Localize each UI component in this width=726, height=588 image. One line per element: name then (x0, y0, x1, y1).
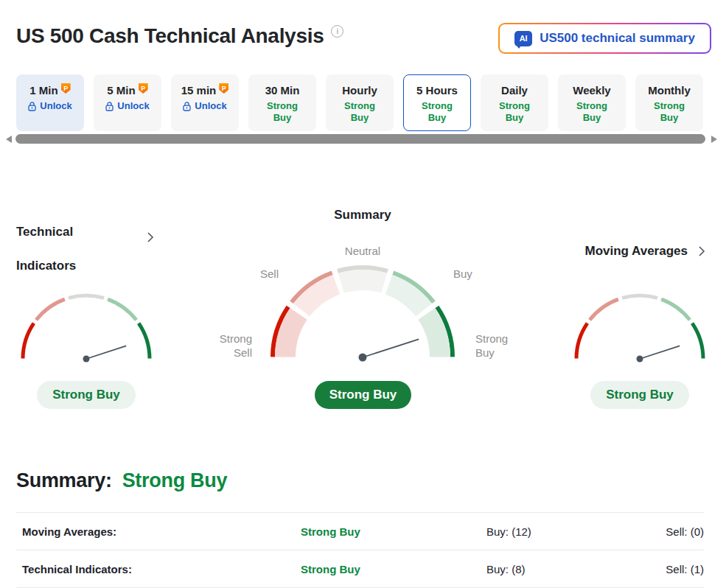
tab-label: 1 Min (29, 84, 57, 97)
tab-sub-label: Unlock (117, 100, 149, 112)
tab-15min[interactable]: 15 minP Unlock (171, 74, 239, 131)
tab-signal: Strong Buy (249, 100, 315, 124)
row-signal: Strong Buy (301, 563, 486, 575)
tab-label: Daily (501, 84, 528, 97)
table-row: Moving Averages: Strong Buy Buy: (12) Se… (16, 512, 704, 550)
tab-signal: Strong Buy (481, 100, 548, 124)
moving-averages-title: Moving Averages (584, 244, 688, 259)
ai-icon: AI (514, 31, 532, 46)
ai-summary-button[interactable]: AI US500 technical summary (498, 23, 711, 54)
tab-30min[interactable]: 30 Min Strong Buy (248, 74, 316, 131)
lock-icon (105, 102, 114, 111)
info-icon[interactable]: i (331, 25, 343, 38)
moving-averages-signal-badge: Strong Buy (590, 381, 689, 409)
tab-signal: Strong Buy (636, 100, 702, 124)
tabs-scrollbar-thumb[interactable] (15, 134, 705, 144)
table-row: Technical Indicators: Strong Buy Buy: (8… (16, 550, 704, 587)
tab-weekly[interactable]: Weekly Strong Buy (558, 74, 626, 131)
tab-label: 5 Min (107, 84, 135, 97)
technical-indicators-gauge (20, 286, 153, 365)
tab-label: Weekly (573, 84, 610, 97)
scale-label-strong-sell: Strong Sell (200, 332, 252, 360)
summary-heading-label: Summary: (16, 469, 112, 491)
scroll-right-arrow-icon[interactable] (711, 136, 717, 143)
tab-label: Monthly (648, 84, 691, 97)
tab-label: 30 Min (265, 84, 300, 97)
lock-icon (28, 102, 36, 111)
summary-table: Moving Averages: Strong Buy Buy: (12) Se… (16, 512, 704, 588)
tab-daily[interactable]: Daily Strong Buy (481, 74, 548, 131)
scale-label-neutral: Neutral (274, 244, 451, 258)
tab-1min[interactable]: 1 MinP Unlock (16, 74, 84, 131)
technical-indicators-title: Technical Indicators (16, 215, 105, 283)
row-label: Technical Indicators: (16, 563, 301, 575)
tab-signal: Strong Buy (404, 100, 470, 124)
tab-signal: Strong Buy (559, 100, 625, 124)
tab-label: 5 Hours (416, 84, 458, 97)
tab-sub-label: Unlock (195, 100, 226, 112)
tab-5hours[interactable]: 5 Hours Strong Buy (403, 74, 471, 131)
scale-label-strong-buy: Strong Buy (475, 332, 527, 360)
tab-label: Hourly (342, 84, 377, 97)
scroll-left-arrow-icon[interactable] (6, 136, 12, 143)
summary-gauge-title: Summary (274, 208, 451, 223)
row-label: Moving Averages: (16, 525, 301, 538)
chevron-right-icon[interactable] (698, 245, 705, 257)
timeframe-tabs: 1 MinP Unlock 5 MinP Unlock 15 minP Unlo… (16, 74, 703, 131)
row-signal: Strong Buy (301, 525, 486, 538)
row-buy-count: Buy: (8) (486, 563, 634, 575)
tab-5min[interactable]: 5 MinP Unlock (94, 74, 161, 131)
chevron-right-icon[interactable] (147, 231, 154, 243)
tab-signal: Strong Buy (327, 100, 393, 124)
tab-monthly[interactable]: Monthly Strong Buy (635, 74, 703, 131)
row-buy-count: Buy: (12) (486, 525, 634, 538)
technical-analysis-page: US 500 Cash Technical Analysis i AI US50… (0, 0, 726, 588)
pro-badge-icon: P (61, 83, 71, 94)
row-sell-count: Sell: (1) (634, 563, 704, 575)
tab-sub-label: Unlock (40, 100, 71, 112)
ai-button-label: US500 technical summary (540, 31, 695, 46)
row-sell-count: Sell: (0) (634, 525, 704, 538)
summary-heading-value: Strong Buy (122, 469, 228, 491)
page-title: US 500 Cash Technical Analysis (16, 24, 324, 49)
summary-signal-badge: Strong Buy (315, 381, 411, 409)
tab-hourly[interactable]: Hourly Strong Buy (326, 74, 394, 131)
technical-indicators-signal-badge: Strong Buy (37, 381, 136, 409)
summary-gauge (267, 261, 458, 364)
pro-badge-icon: P (139, 83, 148, 94)
tab-label: 15 min (181, 84, 217, 97)
summary-heading: Summary:Strong Buy (16, 469, 227, 492)
gauges-section: Technical Indicators Summary Moving Aver… (0, 199, 726, 420)
lock-icon (183, 102, 191, 111)
pro-badge-icon: P (219, 83, 228, 94)
moving-averages-gauge (573, 286, 706, 365)
